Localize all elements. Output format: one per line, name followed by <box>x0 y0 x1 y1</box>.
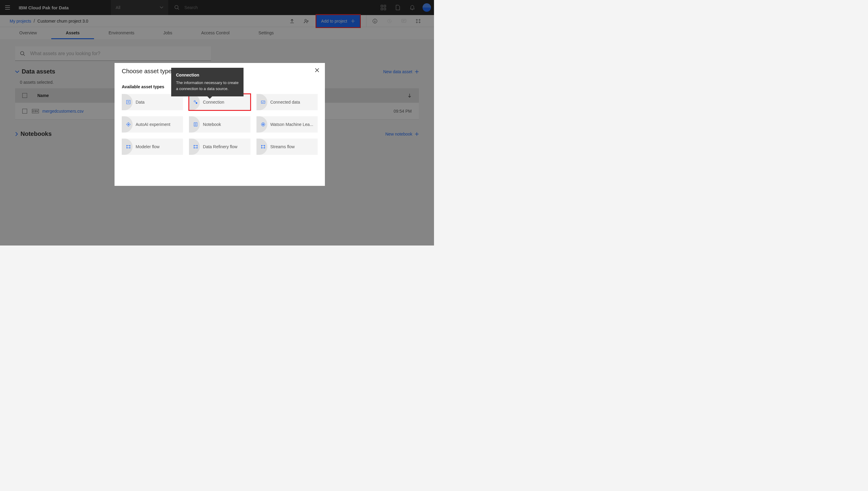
asset-tile-connection[interactable]: Connection <box>189 94 250 110</box>
close-icon <box>315 68 319 73</box>
svg-point-15 <box>194 100 196 102</box>
connection-icon <box>193 100 198 105</box>
flow-icon <box>193 144 198 149</box>
svg-rect-17 <box>261 101 265 103</box>
asset-tile-data[interactable]: Data <box>122 94 183 110</box>
asset-tile-data-refinery[interactable]: Data Refinery flow <box>189 139 250 155</box>
svg-rect-14 <box>127 100 130 104</box>
tooltip-title: Connection <box>176 73 239 78</box>
close-button[interactable] <box>315 68 319 73</box>
flow-icon <box>126 144 131 149</box>
asset-tile-streams-flow[interactable]: Streams flow <box>256 139 318 155</box>
data-icon <box>126 100 131 105</box>
connection-tooltip: Connection The information necessary to … <box>171 68 244 96</box>
svg-point-22 <box>262 124 263 125</box>
asset-tile-wml[interactable]: Watson Machine Lea... <box>256 116 318 133</box>
asset-tile-connected-data[interactable]: Connected data <box>256 94 318 110</box>
svg-point-19 <box>128 124 129 125</box>
wml-icon <box>261 122 265 127</box>
flow-icon <box>261 144 265 149</box>
notebook-icon <box>193 122 198 127</box>
asset-type-grid: Data Connection Connected data AutoAI ex… <box>122 94 318 155</box>
asset-tile-modeler-flow[interactable]: Modeler flow <box>122 139 183 155</box>
connected-data-icon <box>261 100 265 105</box>
tooltip-body: The information necessary to create a co… <box>176 80 239 92</box>
svg-point-16 <box>196 103 197 104</box>
asset-tile-autoai[interactable]: AutoAI experiment <box>122 116 183 133</box>
asset-tile-notebook[interactable]: Notebook <box>189 116 250 133</box>
autoai-icon <box>126 122 131 127</box>
